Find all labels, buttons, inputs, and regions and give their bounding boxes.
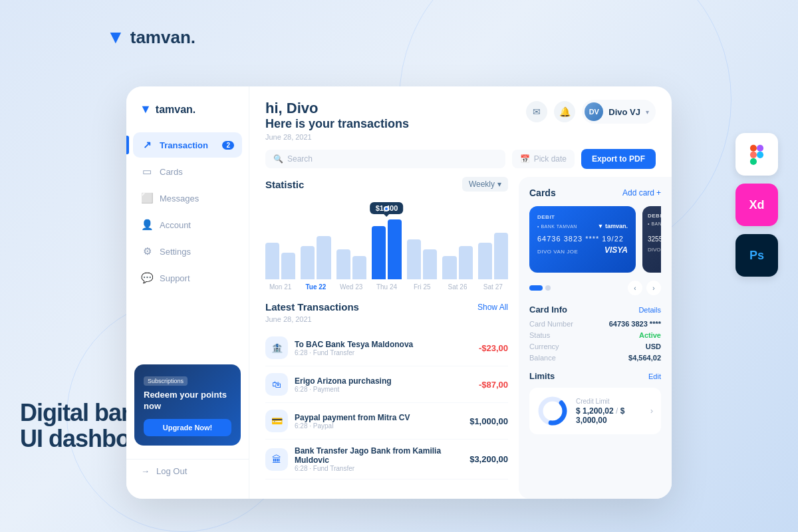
details-link[interactable]: Details xyxy=(638,306,661,314)
bar-group-mon xyxy=(265,243,295,279)
logout-label: Log Out xyxy=(156,466,187,476)
search-placeholder: Search xyxy=(287,154,313,164)
bar-left xyxy=(336,249,350,279)
limits-section: Limits Edit Credit Limit $ 1,200,02 xyxy=(529,371,661,434)
show-all-link[interactable]: Show All xyxy=(477,303,508,312)
bar-right xyxy=(281,253,295,279)
tx-icon-paypal: 💳 xyxy=(265,410,288,432)
carousel-dots: ‹ › xyxy=(529,281,661,295)
card-holder-partial: DIVO VA xyxy=(648,247,661,253)
dot xyxy=(545,285,551,291)
top-logo-icon: ▼ xyxy=(106,27,125,48)
bar-left xyxy=(442,256,456,279)
sidebar-item-transaction[interactable]: ↗ Transaction 2 xyxy=(133,132,242,158)
bar-group-sat27 xyxy=(478,233,508,279)
date-picker[interactable]: 📅 Pick date xyxy=(512,150,575,168)
transactions-title: Latest Transactions xyxy=(265,301,359,313)
bar-right xyxy=(317,236,331,279)
chart-label-wed: Wed 23 xyxy=(336,283,366,291)
svg-rect-3 xyxy=(757,145,763,152)
chevron-down-icon: ▾ xyxy=(497,180,501,189)
dot-active xyxy=(529,285,543,291)
left-column: Statistic Weekly ▾ xyxy=(249,177,519,499)
greeting-subtitle: Here is your transactions xyxy=(265,117,409,131)
tx-name: To BAC Bank Tesya Maldonova xyxy=(295,340,472,349)
add-card-button[interactable]: Add card + xyxy=(622,188,661,198)
credit-card-secondary[interactable]: DEBIT • BANK TA 3255 3 DIVO VA xyxy=(642,206,661,273)
search-icon: 🔍 xyxy=(273,154,283,164)
bar-right xyxy=(459,246,473,279)
sidebar-logo: ▼ tamvan. xyxy=(126,102,249,132)
info-label: Status xyxy=(529,331,550,339)
info-row-currency: Currency USD xyxy=(529,342,661,350)
sidebar-item-label: Account xyxy=(160,220,191,230)
logout-item[interactable]: → Log Out xyxy=(126,459,249,483)
adobe-xd-label: Xd xyxy=(749,198,764,212)
info-row-balance: Balance $4,564,02 xyxy=(529,354,661,362)
card-bank: • BANK TA xyxy=(648,221,661,226)
notification-icon-button[interactable]: 🔔 xyxy=(554,101,575,122)
card-holder: DIVO VAN JOE xyxy=(537,249,578,255)
tx-amount: -$23,00 xyxy=(479,343,508,353)
tx-amount: $3,200,00 xyxy=(469,454,508,464)
export-button[interactable]: Export to PDF xyxy=(581,149,656,169)
bar-group-tue xyxy=(301,236,331,279)
bar-group-wed xyxy=(336,249,366,279)
greeting-title: hi, Divo xyxy=(265,100,409,117)
card-bank: • BANK TAMVAN xyxy=(537,224,577,229)
search-row: 🔍 Search 📅 Pick date Export to PDF xyxy=(249,141,672,169)
info-value: 64736 3823 **** xyxy=(609,320,661,328)
info-row-status: Status Active xyxy=(529,331,661,339)
table-row: 🏛 Bank Transfer Jago Bank from Kamilia M… xyxy=(265,440,508,479)
card-info-section: Card Info Details Card Number 64736 3823… xyxy=(529,305,661,362)
tx-sub: 6:28 · Payment xyxy=(295,386,472,393)
limits-card: Credit Limit $ 1,200,02 / $ 3,000,00 › xyxy=(529,388,661,434)
top-logo-text: tamvan. xyxy=(130,27,196,48)
user-name: Divo VJ xyxy=(608,107,640,117)
main-content: hi, Divo Here is your transactions June … xyxy=(249,86,672,499)
tx-icon-transfer: 🏛 xyxy=(265,448,288,471)
upgrade-button[interactable]: Upgrade Now! xyxy=(144,419,231,436)
sidebar-logo-text: tamvan. xyxy=(156,104,196,116)
prev-arrow-button[interactable]: ‹ xyxy=(628,281,642,295)
limits-info: Credit Limit $ 1,200,02 / $ 3,000,00 xyxy=(576,398,642,425)
nav-items: ↗ Transaction 2 ▭ Cards ⬜ Messages 👤 Acc… xyxy=(126,132,249,354)
transactions-date: June 28, 2021 xyxy=(265,315,508,323)
photoshop-label: Ps xyxy=(749,249,764,263)
cards-carousel: DEBIT • BANK TAMVAN ▼ tamvan. 64736 3823… xyxy=(529,206,661,273)
sidebar-item-messages[interactable]: ⬜ Messages xyxy=(133,186,242,211)
top-logo: ▼ tamvan. xyxy=(106,27,196,48)
sidebar-item-settings[interactable]: ⚙ Settings xyxy=(133,239,242,264)
chevron-right-icon: › xyxy=(650,406,653,416)
sidebar-item-cards[interactable]: ▭ Cards xyxy=(133,159,242,184)
carousel-arrows: ‹ › xyxy=(628,281,661,295)
mail-icon-button[interactable]: ✉ xyxy=(526,101,547,122)
messages-icon: ⬜ xyxy=(141,192,153,204)
bar-group-fri xyxy=(407,239,437,279)
sidebar-item-support[interactable]: 💬 Support xyxy=(133,265,242,291)
limits-header: Limits Edit xyxy=(529,371,661,381)
info-label: Card Number xyxy=(529,320,573,328)
card-info-title: Card Info xyxy=(529,305,567,315)
chart-label-mon: Mon 21 xyxy=(265,283,295,291)
limits-label: Credit Limit xyxy=(576,398,642,405)
user-pill[interactable]: DV Divo VJ ▾ xyxy=(582,100,656,124)
edit-limits-link[interactable]: Edit xyxy=(648,372,661,380)
sidebar-item-account[interactable]: 👤 Account xyxy=(133,212,242,237)
avatar: DV xyxy=(585,102,603,121)
cards-title: Cards xyxy=(529,188,556,198)
sidebar-logo-icon: ▼ xyxy=(140,102,152,116)
card-number-partial: 3255 3 xyxy=(648,235,661,243)
bar-left xyxy=(478,243,492,279)
tx-name: Paypal payment from Mitra CV xyxy=(295,413,463,422)
bar-group-thu: $1,400 xyxy=(372,219,402,279)
next-arrow-button[interactable]: › xyxy=(646,281,661,295)
donut-chart xyxy=(537,396,568,426)
svg-rect-0 xyxy=(750,145,757,152)
info-label: Currency xyxy=(529,342,559,350)
transaction-badge: 2 xyxy=(222,141,234,150)
period-selector[interactable]: Weekly ▾ xyxy=(462,177,508,192)
search-box[interactable]: 🔍 Search xyxy=(265,150,505,168)
credit-card-primary[interactable]: DEBIT • BANK TAMVAN ▼ tamvan. 64736 3823… xyxy=(529,206,636,273)
svg-point-4 xyxy=(757,152,763,158)
